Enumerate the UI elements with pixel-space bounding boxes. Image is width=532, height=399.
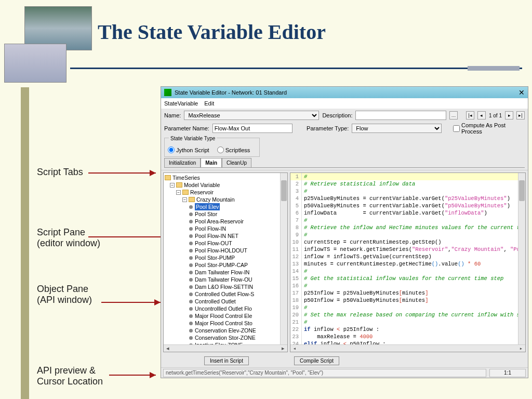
- cursor-location: 1:1: [489, 369, 526, 377]
- tree-node[interactable]: −Reservoir: [165, 189, 286, 196]
- code-line[interactable]: 12inflow = inflowTS.getValue(currentStep…: [290, 253, 525, 260]
- param-name-input[interactable]: [212, 124, 292, 133]
- close-icon[interactable]: ✕: [518, 88, 525, 97]
- tree-node[interactable]: Uncontrollled Outlet Flo: [165, 305, 286, 312]
- code-line[interactable]: 9#: [290, 231, 525, 238]
- tree-node[interactable]: Pool Flow-IN NET: [165, 232, 286, 240]
- callout-object-pane: Object Pane (API window): [37, 284, 92, 305]
- label-name: Name:: [164, 112, 181, 118]
- tab-cleanup[interactable]: CleanUp: [222, 158, 251, 167]
- tab-main[interactable]: Main: [201, 158, 222, 167]
- divider: [70, 68, 522, 69]
- tree-node[interactable]: Major Flood Control Sto: [165, 320, 286, 327]
- tree-node[interactable]: Pool Flow-HOLDOUT: [165, 247, 286, 254]
- code-line[interactable]: 13minutes = currentRuntimestep.getHecTim…: [290, 260, 525, 268]
- scrollbar-horizontal[interactable]: ◂▸: [164, 344, 287, 352]
- tree-node[interactable]: −Model Variable: [165, 181, 286, 189]
- code-line[interactable]: 6inflowData = currentVariable.varGet("in…: [290, 209, 525, 217]
- code-line[interactable]: 16#: [290, 282, 525, 289]
- code-line[interactable]: 2# Retrieve statistical inflow data: [290, 180, 525, 188]
- callout-status: API preview & Cursor Location: [37, 365, 103, 387]
- menu-statevariable[interactable]: StateVariable: [164, 100, 198, 107]
- code-line[interactable]: 21#: [290, 318, 525, 326]
- decorative-image-chart: [4, 44, 66, 83]
- code-line[interactable]: 23 maxRelease = 4000: [290, 333, 525, 340]
- tree-node[interactable]: Pool Stor-PUMP-CAP: [165, 261, 286, 269]
- arrow-icon: [109, 371, 161, 379]
- scrollbar-horizontal[interactable]: ◂▸: [290, 344, 525, 352]
- tree-node[interactable]: −Crazy Mountain: [165, 196, 286, 203]
- tree-node[interactable]: Pool Elev: [165, 203, 286, 210]
- slide-title: The State Variable Editor: [98, 20, 326, 44]
- tree-node[interactable]: Pool Area-Reservoir: [165, 218, 286, 225]
- nav-next-button[interactable]: ▸: [505, 111, 513, 119]
- tree-node[interactable]: Dam L&O Flow-SETTIN: [165, 283, 286, 290]
- menu-edit[interactable]: Edit: [204, 100, 214, 107]
- tree-node[interactable]: Conservation Elev-ZONE: [165, 327, 286, 334]
- label-description: Description:: [322, 112, 352, 118]
- api-preview: network.getTimeSeries("Reservoir","Crazy…: [163, 369, 486, 377]
- code-line[interactable]: 10currentStep = currentRuntimestep.getSt…: [290, 238, 525, 246]
- code-line[interactable]: 8# Retrieve the inflow and HecTime minut…: [290, 224, 525, 231]
- tree-node[interactable]: Controlled Outlet: [165, 298, 286, 305]
- tree-node[interactable]: Pool Flow-OUT: [165, 240, 286, 247]
- radio-jython[interactable]: Jython Script: [168, 147, 209, 153]
- desc-browse-button[interactable]: …: [449, 111, 458, 119]
- code-line[interactable]: 4p25ValueByMinutes = currentVariable.var…: [290, 195, 525, 202]
- divider-accent: [468, 66, 520, 71]
- code-line[interactable]: 24elif inflow < p50Inflow :: [290, 340, 525, 344]
- code-line[interactable]: 20# Set the max release based on compari…: [290, 311, 525, 318]
- radio-scriptless[interactable]: Scriptless: [217, 147, 250, 153]
- code-line[interactable]: 3#: [290, 188, 525, 195]
- code-line[interactable]: 14#: [290, 268, 525, 275]
- tree-node[interactable]: Major Flood Control Ele: [165, 312, 286, 320]
- script-tabs: Initialization Main CleanUp: [164, 158, 525, 168]
- code-line[interactable]: 1#: [290, 173, 525, 180]
- compute-post-checkbox[interactable]: Compute As Post Process: [453, 122, 525, 135]
- window-title: State Variable Editor - Network: 01 Stan…: [175, 89, 287, 96]
- description-input[interactable]: [355, 111, 446, 120]
- form-area: Name: MaxRelease Description: … |◂ ◂ 1 o…: [161, 109, 528, 170]
- tree-node[interactable]: Controlled Outlet Flow-S: [165, 290, 286, 298]
- tree-node[interactable]: Pool Stor-PUMP: [165, 254, 286, 261]
- pager-text: 1 of 1: [489, 113, 502, 118]
- object-pane[interactable]: TimeSeries−Model Variable−Reservoir−Craz…: [163, 172, 288, 352]
- compile-script-button[interactable]: Compile Script: [294, 356, 339, 365]
- tab-initialization[interactable]: Initialization: [164, 158, 201, 167]
- statusbar: network.getTimeSeries("Reservoir","Crazy…: [161, 367, 528, 378]
- scrollbar-vertical[interactable]: [280, 173, 287, 344]
- scrollbar-vertical[interactable]: [518, 173, 525, 344]
- code-line[interactable]: 19#: [290, 304, 525, 311]
- state-variable-type-group: State Variable Type Jython Script Script…: [164, 138, 260, 157]
- tree-node[interactable]: Dam Tailwater Flow-OU: [165, 276, 286, 283]
- script-pane[interactable]: 1#2# Retrieve statistical inflow data3#4…: [290, 172, 526, 352]
- nav-prev-button[interactable]: ◂: [477, 111, 486, 119]
- arrow-icon: [101, 299, 166, 306]
- name-combo[interactable]: MaxRelease: [184, 111, 319, 120]
- code-line[interactable]: 5p50ValueByMinutes = currentVariable.var…: [290, 202, 525, 209]
- button-row: Insert in Script Compile Script: [161, 354, 528, 367]
- app-icon: [164, 89, 171, 96]
- menubar: StateVariable Edit: [161, 98, 528, 109]
- tree-node[interactable]: Pool Flow-IN: [165, 225, 286, 232]
- code-line[interactable]: 22if inflow < p25Inflow :: [290, 326, 525, 333]
- nav-first-button[interactable]: |◂: [466, 111, 474, 119]
- tree-node[interactable]: Conservation Stor-ZONE: [165, 334, 286, 341]
- param-type-combo[interactable]: Flow: [352, 124, 442, 133]
- tree-node[interactable]: Dam Tailwater Flow-IN: [165, 269, 286, 276]
- code-line[interactable]: 7#: [290, 217, 525, 224]
- callout-script-tabs: Script Tabs: [37, 167, 83, 178]
- nav-last-button[interactable]: ▸|: [516, 111, 525, 119]
- label-param-name: Parameter Name:: [164, 125, 209, 131]
- arrow-icon: [88, 169, 161, 177]
- decorative-sidebar: [21, 87, 29, 399]
- code-line[interactable]: 18p50Inflow = p50ValueByMinutes[minutes]: [290, 297, 525, 304]
- titlebar[interactable]: State Variable Editor - Network: 01 Stan…: [161, 87, 528, 98]
- code-line[interactable]: 11inflowTS = network.getTimeSeries("Rese…: [290, 246, 525, 253]
- code-line[interactable]: 15# Get the statistical inflow vaules fo…: [290, 275, 525, 282]
- code-line[interactable]: 17p25Inflow = p25ValueByMinutes[minutes]: [290, 289, 525, 297]
- insert-in-script-button[interactable]: Insert in Script: [204, 356, 249, 365]
- tree-node[interactable]: Pool Stor: [165, 210, 286, 218]
- tree-node[interactable]: TimeSeries: [165, 174, 286, 181]
- label-param-type: Parameter Type:: [307, 125, 349, 131]
